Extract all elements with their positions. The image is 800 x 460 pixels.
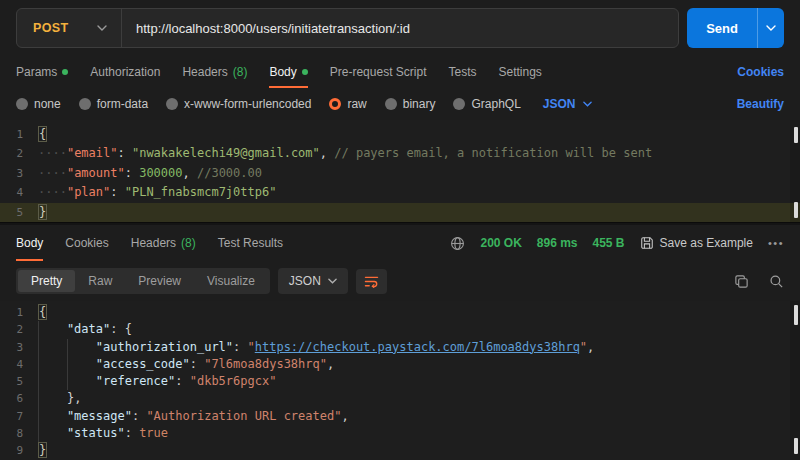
request-tab-params[interactable]: Params [16,56,68,88]
view-tab-preview[interactable]: Preview [125,270,194,292]
tab-count: (8) [233,65,248,79]
response-tab-body[interactable]: Body [16,225,43,261]
scrollbar-mark [794,202,798,218]
view-tab-raw[interactable]: Raw [75,270,125,292]
copy-icon[interactable] [734,274,749,289]
response-tab-headers[interactable]: Headers(8) [131,225,196,261]
code-line[interactable]: 4····"plan": "PLN_fnabsmcm7j0ttp6" [0,183,800,202]
request-tab-body[interactable]: Body [269,56,307,88]
view-tab-visualize[interactable]: Visualize [194,270,268,292]
code-content: { [38,125,800,144]
code-token: , [183,166,197,180]
code-line[interactable]: 2 "data": { [0,321,800,338]
radio-label: x-www-form-urlencoded [184,97,311,111]
code-line[interactable]: 1{ [0,125,800,144]
body-type-x-www-form-urlencoded[interactable]: x-www-form-urlencoded [166,97,311,111]
url-box: POST [16,8,679,48]
more-options-button[interactable]: ••• [768,237,784,249]
status-code[interactable]: 200 OK [480,236,521,250]
view-tab-pretty[interactable]: Pretty [18,270,75,292]
search-icon[interactable] [769,274,784,289]
code-line[interactable]: 5} [0,203,800,222]
green-dot-icon [62,69,68,75]
response-tab-test-results[interactable]: Test Results [218,225,283,261]
code-token [38,321,67,338]
code-token: : [175,374,189,388]
body-type-none[interactable]: none [16,97,61,111]
network-globe-icon[interactable] [450,236,465,251]
url-input[interactable] [122,21,678,36]
radio-icon [453,98,465,110]
body-type-graphql[interactable]: GraphQL [453,97,520,111]
response-time[interactable]: 896 ms [537,236,578,250]
language-selector[interactable]: JSON [543,97,592,111]
code-line[interactable]: 2····"email": "nwakakelechi49@gmail.com"… [0,144,800,163]
line-number: 2 [0,321,38,338]
code-line[interactable]: 7 "message": "Authorization URL created"… [0,408,800,425]
code-line[interactable]: 1{ [0,304,800,321]
code-line[interactable]: 6 }, [0,390,800,407]
radio-icon [385,98,397,110]
scrollbar-mark [794,305,798,325]
body-type-binary[interactable]: binary [385,97,436,111]
code-token: // payers email, a notification will be … [334,146,652,160]
tab-label: Body [269,65,296,79]
response-language-selector[interactable]: JSON [278,268,348,294]
code-token: , [587,340,594,354]
radio-label: binary [403,97,436,111]
code-token: } [38,204,47,220]
request-tab-tests[interactable]: Tests [448,56,476,88]
send-button[interactable]: Send [687,8,757,48]
method-selector[interactable]: POST [17,9,121,47]
chevron-down-icon [97,25,107,31]
wrap-lines-button[interactable] [356,269,387,294]
beautify-link[interactable]: Beautify [737,97,784,111]
response-meta: 200 OK 896 ms 455 B Save as Example ••• [450,236,784,251]
request-tab-pre-request-script[interactable]: Pre-request Script [330,56,427,88]
code-content: } [38,203,800,222]
code-content: ····"amount": 300000, //3000.00 [38,164,800,183]
code-line[interactable]: 4 "access_code": "7l6moa8dys38hrq", [0,356,800,373]
cookies-link[interactable]: Cookies [737,65,784,79]
body-type-form-data[interactable]: form-data [79,97,148,111]
code-content: "status": true [38,425,800,442]
save-icon [640,236,654,250]
green-dot-icon [302,69,308,75]
code-token: "email" [67,146,118,160]
code-token: : [190,357,204,371]
line-number: 3 [0,339,38,356]
send-options-button[interactable] [757,8,784,48]
code-content: }, [38,390,800,407]
code-token: "access_code" [96,357,190,371]
save-as-example-button[interactable]: Save as Example [640,236,753,250]
code-token: 300000 [139,166,182,180]
request-tab-headers[interactable]: Headers(8) [182,56,247,88]
request-tabs: ParamsAuthorizationHeaders(8)BodyPre-req… [0,56,800,88]
response-tab-cookies[interactable]: Cookies [65,225,108,261]
code-token [38,373,67,390]
code-token: , [74,391,81,405]
code-token: { [125,322,132,336]
radio-label: GraphQL [471,97,520,111]
chevron-down-icon [583,101,592,107]
code-token: "Authorization URL created" [146,409,341,423]
code-token: : [125,166,139,180]
code-line[interactable]: 8 "status": true [0,425,800,442]
request-body-editor[interactable]: 1{2····"email": "nwakakelechi49@gmail.co… [0,120,800,222]
language-label: JSON [543,97,576,111]
code-line[interactable]: 3····"amount": 300000, //3000.00 [0,164,800,183]
code-line[interactable]: 9} [0,442,800,459]
body-type-raw[interactable]: raw [329,97,366,111]
code-line[interactable]: 3 "authorization_url": "https://checkout… [0,339,800,356]
request-tab-settings[interactable]: Settings [499,56,542,88]
code-line[interactable]: 5 "reference": "dkb5r6pgcx" [0,373,800,390]
request-tab-authorization[interactable]: Authorization [90,56,160,88]
code-token: "status" [67,426,125,440]
line-number: 5 [0,373,38,390]
code-content: "reference": "dkb5r6pgcx" [38,373,800,390]
line-number: 8 [0,425,38,442]
response-size[interactable]: 455 B [593,236,625,250]
url-link[interactable]: https://checkout.paystack.com/7l6moa8dys… [255,340,580,354]
response-body-viewer[interactable]: 1{2 "data": {3 "authorization_url": "htt… [0,301,800,460]
code-token: : [110,185,124,199]
